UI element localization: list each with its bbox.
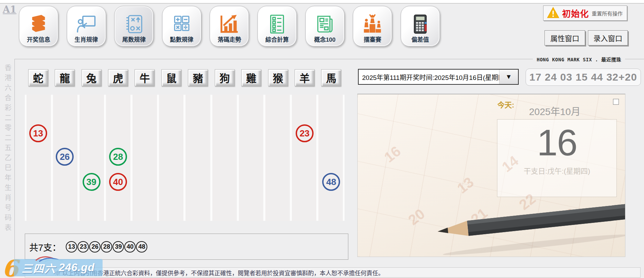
watermark-domain: 246.gd bbox=[59, 261, 95, 274]
summary-ball-23: 23 bbox=[77, 241, 89, 253]
calculator-icon bbox=[409, 11, 432, 37]
period-dropdown[interactable]: 2025年第111期开奖时间:2025年10月16日(星期四) ▼ bbox=[358, 69, 519, 85]
podium-icon bbox=[361, 11, 384, 37]
grid-ball-40[interactable]: 40 bbox=[109, 173, 127, 191]
toolbar-button-draw-info[interactable]: 开奖信息 bbox=[19, 6, 58, 47]
ribbon-icon bbox=[34, 255, 65, 262]
zodiac-key[interactable]: 牛 bbox=[135, 69, 155, 86]
grid-column bbox=[186, 95, 210, 221]
faint-number: 16 bbox=[381, 143, 404, 166]
grid-column bbox=[318, 95, 343, 221]
grid-column bbox=[133, 95, 157, 221]
pencil-image bbox=[416, 194, 625, 257]
initialize-label: 初始化 bbox=[562, 7, 589, 19]
zodiac-key[interactable]: 鼠 bbox=[161, 69, 181, 86]
grid-column bbox=[27, 95, 51, 221]
zodiac-slot: 兔 bbox=[78, 69, 105, 86]
newspaper-icon bbox=[314, 11, 336, 37]
grid-ball-39[interactable]: 39 bbox=[83, 173, 101, 191]
initialize-sublabel: 重置所有操作 bbox=[592, 10, 623, 17]
vertical-divider bbox=[14, 59, 15, 267]
toolbar-button-composite-calc[interactable]: 綜合計算 bbox=[257, 6, 297, 47]
calendar-month: 2025年10月 bbox=[529, 104, 580, 118]
zodiac-number-grid: 13232628394048 bbox=[25, 95, 345, 221]
zodiac-key[interactable]: 兔 bbox=[82, 69, 102, 86]
toolbar-button-zodiac-rule[interactable]: 生肖规律 bbox=[67, 6, 106, 47]
zodiac-slot: 龍 bbox=[51, 69, 78, 86]
summary-balls: 13232628394048 bbox=[66, 241, 148, 253]
zodiac-slot: 鼠 bbox=[158, 69, 184, 86]
toolbar-button-label: 綜合計算 bbox=[265, 37, 289, 46]
zodiac-slot: 狗 bbox=[211, 69, 238, 86]
zodiac-slot: 牛 bbox=[131, 69, 158, 86]
warning-icon bbox=[547, 7, 559, 20]
zodiac-key[interactable]: 龍 bbox=[55, 69, 75, 86]
toolbar-button-label: 落碼走勢 bbox=[218, 37, 241, 46]
period-dropdown-value: 2025年第111期开奖时间:2025年10月16日(星期四) bbox=[359, 72, 499, 82]
grid-column bbox=[159, 95, 183, 221]
grid-ball-26[interactable]: 26 bbox=[56, 148, 74, 166]
disclaimer-bar: ※ 以上内容引用香港正統六合彩資料，僅提供參考，不保證其正確性，閱覽者若用於投資… bbox=[25, 267, 641, 278]
presenter-icon bbox=[75, 11, 98, 37]
grid-column bbox=[265, 95, 290, 221]
chevron-down-icon[interactable]: ▼ bbox=[499, 70, 518, 84]
summary-label: 共7支： bbox=[29, 240, 61, 253]
toolbar-button-label: 生肖规律 bbox=[75, 37, 98, 46]
zodiac-key[interactable]: 猴 bbox=[268, 69, 288, 86]
zodiac-key[interactable]: 馬 bbox=[321, 69, 341, 86]
watermark: 6 三四六 246.gd bbox=[0, 254, 110, 278]
app-window: A1 开奖信息生肖规律尾数规律點數規律落碼走勢綜合計算概念100擂臺賽偏差值 初… bbox=[0, 0, 644, 278]
calendar-panel: 今天: 2025年10月 16 干支日:戊午:(星期四) 13141620212… bbox=[357, 94, 625, 257]
side-caption: 香港六合彩二零二五乙巳年生肖号码表 bbox=[3, 64, 13, 234]
properties-window-button[interactable]: 属性窗口 bbox=[545, 30, 585, 45]
initialize-button[interactable]: 初始化 重置所有操作 bbox=[543, 6, 627, 21]
zodiac-key[interactable]: 豬 bbox=[188, 69, 208, 86]
calendar-day: 16 bbox=[497, 123, 616, 162]
summary-ball-13: 13 bbox=[66, 241, 77, 253]
toolbar-button-arena[interactable]: 擂臺賽 bbox=[353, 6, 392, 47]
toolbar-button-label: 概念100 bbox=[314, 37, 335, 46]
toolbar-button-concept-100[interactable]: 概念100 bbox=[305, 6, 345, 47]
summary-ball-28: 28 bbox=[101, 241, 112, 253]
grid-column bbox=[212, 95, 237, 221]
toolbar-button-label: 偏差值 bbox=[411, 37, 429, 46]
zodiac-slot: 羊 bbox=[291, 69, 318, 86]
zodiac-slot: 雞 bbox=[238, 69, 264, 86]
calendar-checkbox[interactable] bbox=[613, 99, 619, 105]
toolbar-button-trend[interactable]: 落碼走勢 bbox=[210, 6, 249, 47]
grid-ball-48[interactable]: 48 bbox=[322, 173, 340, 191]
math-icon bbox=[170, 11, 193, 37]
zodiac-key[interactable]: 蛇 bbox=[28, 69, 48, 86]
today-label: 今天: bbox=[497, 99, 514, 110]
strategy-icon bbox=[123, 11, 145, 37]
latest-numbers: 17 24 03 15 44 32+20 bbox=[526, 69, 641, 86]
grid-ball-28[interactable]: 28 bbox=[109, 148, 127, 166]
summary-ball-26: 26 bbox=[89, 241, 101, 253]
corner-label: A1 bbox=[3, 4, 17, 15]
entry-window-button[interactable]: 录入窗口 bbox=[588, 30, 628, 45]
grid-ball-13[interactable]: 13 bbox=[29, 124, 47, 142]
zodiac-slot: 豬 bbox=[185, 69, 211, 86]
zodiac-key[interactable]: 雞 bbox=[241, 69, 261, 86]
grid-ball-23[interactable]: 23 bbox=[296, 124, 314, 142]
toolbar-button-deviation[interactable]: 偏差值 bbox=[401, 6, 440, 47]
grid-column bbox=[239, 95, 263, 221]
toolbar-button-label: 尾数规律 bbox=[122, 37, 146, 46]
toolbar-button-label: 擂臺賽 bbox=[364, 37, 381, 46]
zodiac-key[interactable]: 羊 bbox=[295, 69, 315, 86]
zodiac-key[interactable]: 虎 bbox=[108, 69, 128, 86]
grid-column bbox=[80, 95, 104, 221]
trend-chart-icon bbox=[218, 11, 241, 37]
books-icon bbox=[27, 11, 50, 37]
toolbar-button-count-rule[interactable]: 點數規律 bbox=[162, 6, 201, 47]
summary-ball-39: 39 bbox=[113, 241, 124, 253]
zodiac-row: 蛇龍兔虎牛鼠豬狗雞猴羊馬 bbox=[25, 69, 345, 86]
zodiac-slot: 馬 bbox=[318, 69, 345, 86]
zodiac-slot: 猴 bbox=[265, 69, 291, 86]
zodiac-slot: 蛇 bbox=[25, 69, 51, 86]
zodiac-key[interactable]: 狗 bbox=[215, 69, 235, 86]
board-title: HONG KONG MARK SIX . 最近搅珠 bbox=[533, 55, 625, 63]
toolbar-button-label: 开奖信息 bbox=[27, 37, 50, 46]
summary-ball-40: 40 bbox=[124, 241, 136, 253]
toolbar-button-tail-rule[interactable]: 尾数规律 bbox=[114, 6, 154, 47]
